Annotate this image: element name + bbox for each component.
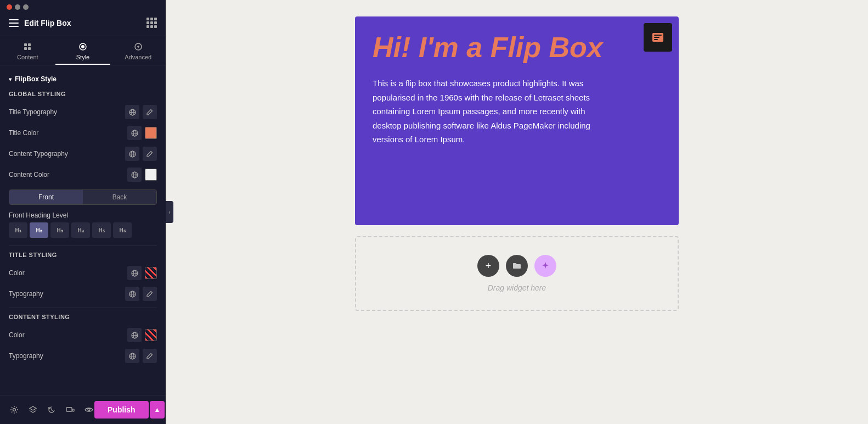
tab-advanced-label: Advanced — [125, 54, 151, 60]
flip-box-content: This is a flip box that showcases produc… — [373, 76, 614, 147]
divider-1 — [9, 246, 157, 246]
main-content: Hi! I'm a Flip Box This is a flip box th… — [166, 0, 868, 424]
heading-h2-btn[interactable]: H₂ — [30, 222, 48, 238]
content-tab-icon — [22, 42, 32, 52]
svg-point-31 — [13, 409, 16, 411]
add-widget-btn[interactable]: + — [477, 255, 499, 277]
global-styling-label: Global Styling — [0, 88, 166, 102]
svg-point-5 — [81, 45, 84, 48]
content-styling-color-row: Color — [0, 325, 166, 345]
mac-dot-green — [23, 4, 29, 10]
title-typography-edit-btn[interactable] — [143, 105, 157, 119]
flip-box-container: Hi! I'm a Flip Box This is a flip box th… — [355, 16, 679, 225]
front-toggle-btn[interactable]: Front — [9, 190, 83, 204]
title-styling-typography-label: Typography — [9, 290, 125, 298]
section-title: FlipBox Style — [15, 75, 57, 83]
sidebar-bottom: Publish ▲ — [0, 395, 166, 424]
content-styling-typo-globe-btn[interactable] — [125, 349, 139, 363]
responsive-icon[interactable] — [65, 404, 76, 415]
content-typography-edit-btn[interactable] — [143, 147, 157, 161]
content-styling-typography-actions — [125, 349, 157, 363]
drag-buttons: + — [477, 255, 556, 277]
title-color-globe-btn[interactable] — [127, 126, 142, 140]
publish-button[interactable]: Publish — [94, 401, 149, 419]
folder-widget-btn[interactable] — [506, 255, 528, 277]
tab-content[interactable]: Content — [0, 36, 55, 65]
heading-h1-btn[interactable]: H₁ — [9, 222, 27, 238]
sidebar: Edit Flip Box Content — [0, 0, 166, 424]
title-typography-row: Title Typography — [0, 102, 166, 122]
content-color-swatch[interactable] — [145, 169, 157, 181]
title-styling-color-swatch[interactable] — [145, 267, 157, 279]
mac-dots — [0, 0, 166, 10]
expand-publish-btn[interactable]: ▲ — [150, 401, 165, 419]
sidebar-header-left: Edit Flip Box — [9, 19, 71, 27]
heading-h5-btn[interactable]: H₅ — [92, 222, 111, 238]
content-styling-globe-btn[interactable] — [127, 328, 142, 342]
tab-advanced[interactable]: Advanced — [110, 36, 166, 65]
svg-rect-1 — [28, 43, 31, 46]
magic-widget-btn[interactable] — [534, 255, 556, 277]
heading-btns: H₁ H₂ H₃ H₄ H₅ H₆ — [9, 222, 157, 238]
front-back-toggle-row: Front Back — [0, 185, 166, 209]
title-color-actions — [127, 126, 157, 140]
heading-level-label: Front Heading Level — [9, 211, 157, 219]
content-typography-label: Content Typography — [9, 150, 125, 158]
content-styling-typography-row: Typography — [0, 345, 166, 366]
back-toggle-btn[interactable]: Back — [83, 190, 156, 204]
content-color-globe-btn[interactable] — [127, 168, 142, 182]
history-icon[interactable] — [46, 404, 57, 415]
collapse-arrow[interactable]: ‹ — [166, 201, 173, 223]
content-typography-actions — [125, 147, 157, 161]
title-styling-color-label: Color — [9, 269, 127, 277]
content-color-row: Content Color — [0, 164, 166, 185]
title-typography-label: Title Typography — [9, 108, 125, 116]
chevron-icon: ▾ — [9, 76, 12, 82]
title-styling-color-row: Color — [0, 263, 166, 283]
svg-rect-36 — [654, 35, 662, 36]
heading-level-row: Front Heading Level H₁ H₂ H₃ H₄ H₅ H₆ — [0, 209, 166, 242]
title-typography-actions — [125, 105, 157, 119]
settings-icon[interactable] — [9, 404, 20, 415]
title-styling-typo-edit-btn[interactable] — [143, 287, 157, 301]
bottom-icons — [9, 404, 94, 415]
flipbox-style-section[interactable]: ▾ FlipBox Style — [0, 72, 166, 88]
tab-style[interactable]: Style — [55, 36, 111, 65]
title-styling-globe-btn[interactable] — [127, 266, 142, 280]
hamburger-icon[interactable] — [9, 19, 19, 27]
svg-rect-3 — [28, 47, 31, 50]
heading-h3-btn[interactable]: H₃ — [50, 222, 69, 238]
content-typography-globe-btn[interactable] — [125, 147, 139, 161]
content-styling-label: Content Styling — [0, 311, 166, 325]
advanced-tab-icon — [133, 42, 143, 52]
style-tab-icon — [78, 42, 88, 52]
sidebar-title: Edit Flip Box — [24, 19, 71, 27]
mac-dot-red — [7, 4, 12, 10]
title-color-label: Title Color — [9, 129, 127, 137]
content-styling-typography-label: Typography — [9, 352, 125, 360]
content-color-label: Content Color — [9, 171, 127, 178]
title-color-row: Title Color — [0, 122, 166, 143]
title-color-swatch[interactable] — [145, 127, 157, 139]
grid-icon[interactable] — [146, 18, 157, 28]
sidebar-header: Edit Flip Box — [0, 10, 166, 36]
svg-rect-37 — [654, 37, 660, 38]
eye-icon[interactable] — [83, 404, 94, 415]
svg-point-34 — [88, 409, 90, 411]
layers-icon[interactable] — [27, 404, 38, 415]
content-styling-color-swatch[interactable] — [145, 329, 157, 341]
content-styling-color-actions — [127, 328, 157, 342]
heading-h4-btn[interactable]: H₄ — [71, 222, 90, 238]
svg-rect-2 — [24, 47, 27, 50]
front-back-toggle: Front Back — [9, 189, 157, 205]
heading-h6-btn[interactable]: H₆ — [113, 222, 132, 238]
svg-rect-33 — [72, 409, 74, 411]
drag-area: + Drag widget here — [355, 236, 679, 311]
content-styling-typo-edit-btn[interactable] — [143, 349, 157, 363]
title-typography-globe-btn[interactable] — [125, 105, 139, 119]
tab-style-label: Style — [76, 54, 89, 60]
svg-rect-32 — [66, 408, 72, 411]
title-styling-typography-actions — [125, 287, 157, 301]
title-styling-typo-globe-btn[interactable] — [125, 287, 139, 301]
tab-bar: Content Style Advanced — [0, 36, 166, 65]
